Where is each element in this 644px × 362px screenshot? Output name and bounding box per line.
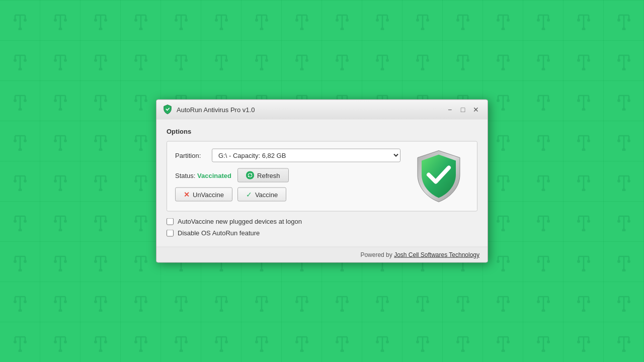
usb-background-icon xyxy=(483,40,523,80)
usb-background-icon xyxy=(443,0,483,40)
svg-point-1006 xyxy=(627,340,630,343)
svg-point-180 xyxy=(386,59,389,62)
svg-point-776 xyxy=(582,269,586,272)
usb-background-icon xyxy=(201,282,242,322)
usb-background-icon xyxy=(161,40,201,80)
usb-background-icon xyxy=(121,80,161,121)
svg-point-83 xyxy=(461,28,465,31)
usb-background-icon xyxy=(80,161,121,201)
options-section-label: Options xyxy=(167,128,477,135)
svg-point-908 xyxy=(64,340,67,343)
svg-point-40 xyxy=(225,19,228,22)
usb-background-icon xyxy=(0,0,40,40)
svg-point-886 xyxy=(577,300,580,303)
svg-point-956 xyxy=(336,340,339,343)
svg-point-20 xyxy=(99,28,103,31)
disable-autorun-checkbox[interactable] xyxy=(167,229,174,236)
svg-point-907 xyxy=(54,340,57,343)
minimize-button[interactable]: − xyxy=(444,104,455,115)
usb-background-icon xyxy=(443,322,483,362)
status-row: Status: Vaccinated R xyxy=(175,168,400,183)
svg-point-851 xyxy=(376,300,379,303)
svg-point-328 xyxy=(582,108,586,111)
svg-point-1005 xyxy=(617,340,620,343)
svg-point-867 xyxy=(461,309,465,312)
usb-background-icon xyxy=(80,80,121,121)
svg-point-110 xyxy=(627,19,630,22)
usb-background-icon xyxy=(80,241,121,282)
usb-background-icon xyxy=(121,322,161,362)
partition-select[interactable]: G:\ - Capacity: 6,82 GB xyxy=(212,149,400,162)
svg-point-223 xyxy=(622,68,626,71)
svg-point-424 xyxy=(497,139,500,142)
svg-point-942 xyxy=(255,340,258,343)
svg-point-202 xyxy=(502,68,505,71)
svg-point-200 xyxy=(497,59,500,62)
maximize-button[interactable]: □ xyxy=(457,104,468,115)
svg-point-207 xyxy=(537,59,540,62)
refresh-button[interactable]: Refresh xyxy=(237,168,289,183)
svg-point-431 xyxy=(537,139,540,142)
usb-background-icon xyxy=(523,282,564,322)
svg-point-34 xyxy=(180,28,183,31)
usb-background-icon xyxy=(40,40,80,80)
usb-background-icon xyxy=(201,0,242,40)
svg-point-102 xyxy=(577,19,580,22)
svg-point-118 xyxy=(19,68,22,71)
options-box: Partition: G:\ - Capacity: 6,82 GB Statu… xyxy=(167,141,477,212)
usb-background-icon xyxy=(523,80,564,121)
usb-background-icon xyxy=(564,40,604,80)
svg-point-655 xyxy=(537,220,540,223)
svg-point-853 xyxy=(381,309,384,312)
svg-point-228 xyxy=(14,99,17,102)
svg-point-61 xyxy=(346,19,349,22)
company-link[interactable]: Josh Cell Softwares Technology xyxy=(394,251,479,258)
svg-point-440 xyxy=(582,148,586,151)
close-button[interactable]: ✕ xyxy=(470,104,481,115)
usb-background-icon xyxy=(282,40,322,80)
svg-point-769 xyxy=(542,269,545,272)
svg-point-209 xyxy=(542,68,545,71)
svg-point-39 xyxy=(215,19,218,22)
svg-point-678 xyxy=(19,269,22,272)
svg-point-474 xyxy=(144,179,147,183)
disable-autorun-label[interactable]: Disable OS AutoRun feature xyxy=(178,229,260,237)
svg-point-845 xyxy=(346,300,349,303)
svg-point-734 xyxy=(341,269,344,272)
vaccine-button[interactable]: ✓ Vaccine xyxy=(237,188,286,202)
svg-point-32 xyxy=(175,19,178,22)
svg-point-74 xyxy=(416,19,419,22)
autovaccine-checkbox[interactable] xyxy=(167,218,174,225)
svg-point-11 xyxy=(54,19,57,22)
svg-point-13 xyxy=(59,28,62,31)
usb-background-icon xyxy=(242,0,282,40)
usb-background-icon xyxy=(604,282,644,322)
svg-point-677 xyxy=(24,260,27,263)
svg-point-825 xyxy=(220,309,223,312)
usb-background-icon xyxy=(322,322,362,362)
autovaccine-label[interactable]: AutoVaccine new plugged devices at logon xyxy=(178,218,302,225)
svg-point-977 xyxy=(456,340,459,343)
svg-point-921 xyxy=(134,340,137,343)
svg-point-859 xyxy=(426,300,429,303)
svg-point-89 xyxy=(507,19,510,22)
svg-point-433 xyxy=(542,148,545,151)
svg-point-767 xyxy=(537,260,540,263)
unvaccine-button[interactable]: ✕ UnVaccine xyxy=(175,188,232,202)
usb-background-icon xyxy=(604,121,644,161)
svg-point-208 xyxy=(547,59,550,62)
svg-point-985 xyxy=(507,340,510,343)
usb-background-icon xyxy=(362,40,403,80)
svg-point-342 xyxy=(19,148,22,151)
svg-point-901 xyxy=(24,340,27,343)
svg-point-76 xyxy=(421,28,425,31)
svg-point-69 xyxy=(381,28,384,31)
svg-point-439 xyxy=(587,139,590,142)
svg-point-459 xyxy=(54,179,57,183)
vaccine-label: Vaccine xyxy=(255,191,278,198)
usb-background-icon xyxy=(564,201,604,241)
usb-background-icon xyxy=(564,282,604,322)
svg-point-251 xyxy=(139,108,143,111)
svg-point-195 xyxy=(461,68,465,71)
svg-point-664 xyxy=(582,229,586,232)
